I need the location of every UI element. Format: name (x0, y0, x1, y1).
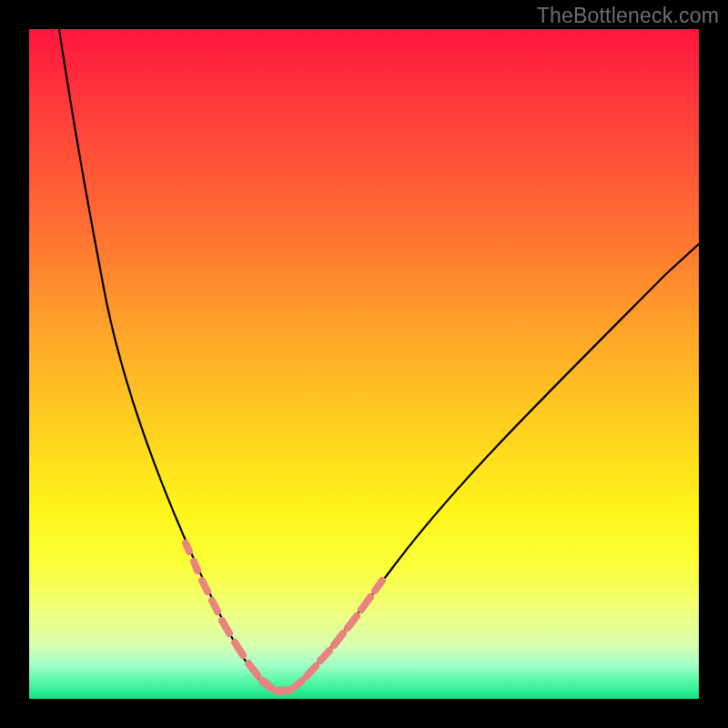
plot-area (29, 29, 699, 699)
watermark-text: TheBottleneck.com (537, 4, 719, 28)
svg-line-15 (375, 581, 382, 591)
highlight-dots-left (186, 543, 258, 675)
svg-line-10 (307, 666, 316, 676)
chart-svg (29, 29, 699, 699)
highlight-dots-right (293, 581, 382, 688)
svg-line-4 (222, 621, 229, 633)
svg-line-14 (361, 597, 370, 610)
svg-line-11 (320, 651, 329, 661)
svg-line-1 (194, 561, 197, 571)
svg-line-3 (212, 601, 217, 612)
svg-line-5 (235, 642, 243, 655)
svg-line-6 (248, 663, 258, 675)
svg-line-12 (334, 633, 343, 645)
svg-line-0 (186, 543, 189, 551)
svg-line-9 (293, 681, 302, 688)
bottleneck-curve (59, 29, 699, 692)
svg-line-13 (348, 616, 357, 628)
svg-line-7 (262, 681, 271, 688)
highlight-dots-bottom (262, 681, 288, 691)
chart-frame: TheBottleneck.com (0, 0, 728, 728)
svg-line-2 (202, 581, 207, 592)
